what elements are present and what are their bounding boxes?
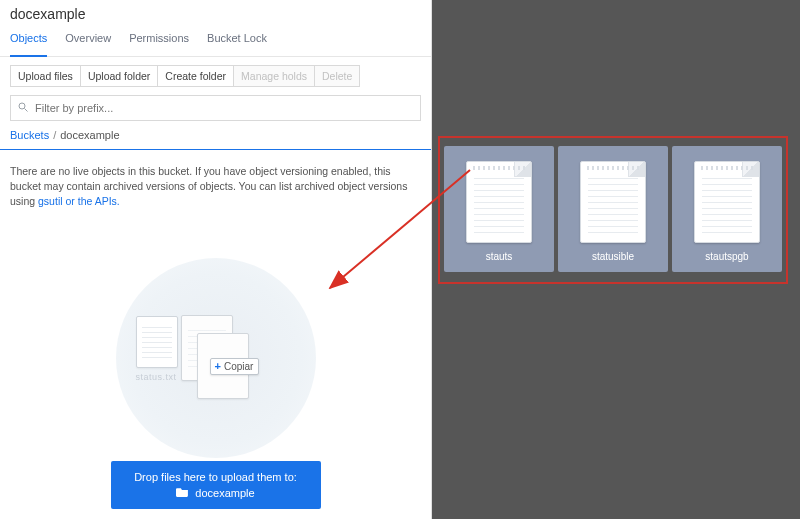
document-icon	[466, 161, 532, 243]
tabs: Objects Overview Permissions Bucket Lock	[0, 24, 431, 57]
manage-holds-button: Manage holds	[234, 65, 315, 87]
storage-panel: docexample Objects Overview Permissions …	[0, 0, 432, 519]
document-icon	[694, 161, 760, 243]
drag-ghost-icon	[136, 316, 178, 368]
upload-banner: Drop files here to upload them to: docex…	[111, 461, 321, 509]
empty-info: There are no live objects in this bucket…	[0, 150, 431, 214]
folder-icon	[176, 486, 189, 499]
desktop-file[interactable]: stautspgb	[672, 146, 782, 272]
toolbar: Upload files Upload folder Create folder…	[0, 57, 431, 95]
tab-objects[interactable]: Objects	[10, 32, 47, 57]
upload-folder-button[interactable]: Upload folder	[81, 65, 158, 87]
tab-bucket-lock[interactable]: Bucket Lock	[207, 32, 267, 50]
crumb-root[interactable]: Buckets	[10, 129, 49, 141]
search-icon	[17, 99, 29, 117]
drag-ghost-label: status.txt	[136, 372, 177, 382]
document-icon	[580, 161, 646, 243]
delete-button: Delete	[315, 65, 360, 87]
svg-point-0	[19, 103, 25, 109]
desktop-file[interactable]: stauts	[444, 146, 554, 272]
upload-files-button[interactable]: Upload files	[10, 65, 81, 87]
desktop-file[interactable]: statusible	[558, 146, 668, 272]
desktop-area: stauts statusible stautspgb	[432, 0, 800, 519]
gsutil-link[interactable]: gsutil or the APIs.	[38, 195, 120, 207]
plus-icon: +	[215, 361, 221, 372]
filter-input[interactable]	[35, 102, 414, 114]
filter-box[interactable]	[10, 95, 421, 121]
tab-overview[interactable]: Overview	[65, 32, 111, 50]
breadcrumb: Buckets/docexample	[0, 127, 431, 149]
create-folder-button[interactable]: Create folder	[158, 65, 234, 87]
bucket-title: docexample	[10, 6, 421, 22]
svg-line-1	[25, 109, 28, 112]
tab-permissions[interactable]: Permissions	[129, 32, 189, 50]
crumb-current: docexample	[60, 129, 119, 141]
copy-tooltip: + Copiar	[210, 358, 260, 375]
